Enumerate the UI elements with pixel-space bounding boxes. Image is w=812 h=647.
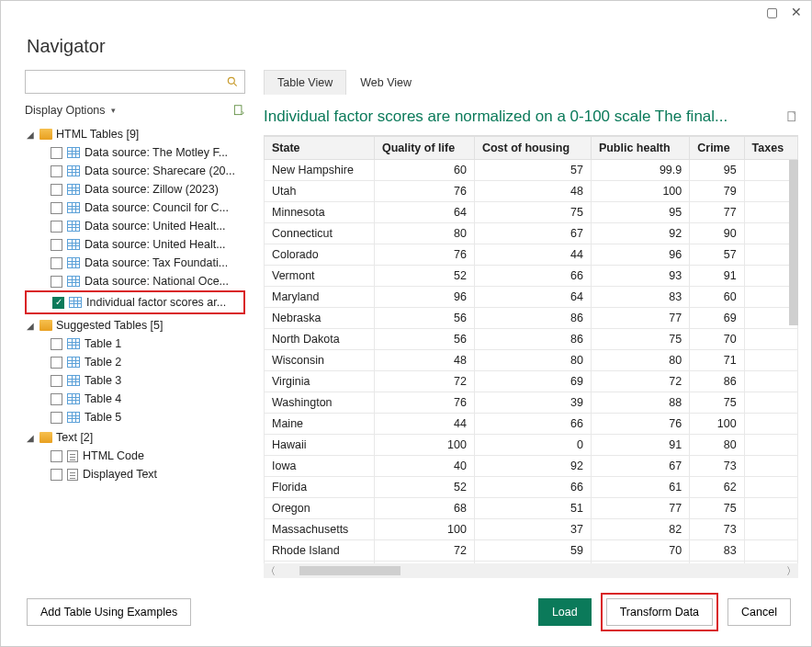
transform-data-button[interactable]: Transform Data xyxy=(606,598,713,626)
table-cell: 52 xyxy=(374,266,474,287)
tree-item-tax-foundation[interactable]: Data source: Tax Foundati... xyxy=(25,254,245,272)
table-cell: 73 xyxy=(690,456,744,477)
table-row[interactable]: Maryland96648360 xyxy=(265,287,798,308)
refresh-preview-icon[interactable] xyxy=(232,103,245,118)
right-pane: Table View Web View Individual factor sc… xyxy=(264,70,798,578)
table-cell: 80 xyxy=(474,350,591,371)
add-table-examples-button[interactable]: Add Table Using Examples xyxy=(27,598,191,626)
table-row[interactable]: Minnesota64759577 xyxy=(265,202,798,223)
tree-item-table2[interactable]: Table 2 xyxy=(25,353,245,371)
table-icon xyxy=(67,357,80,368)
table-cell xyxy=(744,371,797,392)
table-cell: 95 xyxy=(591,202,689,223)
display-options-dropdown[interactable]: Display Options xyxy=(25,104,116,117)
vertical-scrollbar-thumb[interactable] xyxy=(789,160,798,325)
table-cell: 71 xyxy=(690,350,744,371)
column-header[interactable]: State xyxy=(265,137,375,160)
cancel-button[interactable]: Cancel xyxy=(727,598,791,626)
tree-item-displayed-text[interactable]: Displayed Text xyxy=(25,465,245,483)
table-row[interactable]: Wisconsin48808071 xyxy=(265,350,798,371)
table-cell: Nebraska xyxy=(265,308,375,329)
table-cell: 80 xyxy=(374,223,474,244)
column-header[interactable]: Cost of housing xyxy=(474,137,591,160)
load-button[interactable]: Load xyxy=(538,598,592,626)
table-cell: 96 xyxy=(374,287,474,308)
tree-item-national-ocean[interactable]: Data source: National Oce... xyxy=(25,272,245,290)
table-cell: Maine xyxy=(265,414,375,435)
table-row[interactable]: North Dakota56867570 xyxy=(265,329,798,350)
checkbox-checked[interactable] xyxy=(52,297,64,309)
tree-item-table4[interactable]: Table 4 xyxy=(25,390,245,408)
table-row[interactable]: Oregon68517775 xyxy=(265,498,798,519)
tab-web-view[interactable]: Web View xyxy=(346,70,425,95)
table-cell: Minnesota xyxy=(265,202,375,223)
table-row[interactable]: Nebraska56867769 xyxy=(265,308,798,329)
table-cell: 39 xyxy=(474,392,591,414)
scroll-left-icon[interactable]: 〈 xyxy=(265,564,276,578)
left-pane: Display Options ◢ HTML Tables [9] Data s… xyxy=(25,70,245,578)
tree-item-united-health-2[interactable]: Data source: United Healt... xyxy=(25,235,245,254)
table-row[interactable]: Florida52666162 xyxy=(265,477,798,498)
table-row[interactable]: Massachusetts100378273 xyxy=(265,519,798,540)
table-cell: 48 xyxy=(374,350,474,371)
tree-group-suggested: ◢ Suggested Tables [5] Table 1 Table 2 T… xyxy=(25,316,245,426)
tree-item-table5[interactable]: Table 5 xyxy=(25,408,245,426)
horizontal-scrollbar-thumb[interactable] xyxy=(299,566,400,575)
column-header[interactable]: Quality of life xyxy=(374,137,474,160)
preview-title: Individual factor scores are normalized … xyxy=(264,108,776,126)
tab-table-view[interactable]: Table View xyxy=(264,70,346,95)
table-icon xyxy=(67,239,80,250)
group-header-suggested[interactable]: ◢ Suggested Tables [5] xyxy=(25,316,245,335)
tree-item-table1[interactable]: Table 1 xyxy=(25,335,245,353)
table-cell: 75 xyxy=(474,202,591,223)
table-cell: Connecticut xyxy=(265,223,375,244)
table-cell: Hawaii xyxy=(265,435,375,456)
table-cell: Colorado xyxy=(265,244,375,266)
tree-item-html-code[interactable]: HTML Code xyxy=(25,447,245,465)
search-input[interactable] xyxy=(25,70,245,94)
export-icon[interactable] xyxy=(785,109,798,124)
tree-group-text: ◢ Text [2] HTML Code Displayed Text xyxy=(25,428,245,483)
column-header[interactable]: Public health xyxy=(591,137,689,160)
table-cell: Utah xyxy=(265,181,375,202)
table-cell: 80 xyxy=(690,435,744,456)
table-cell: 90 xyxy=(690,223,744,244)
table-row[interactable]: Maine446676100 xyxy=(265,414,798,435)
table-cell: New Hampshire xyxy=(265,160,375,181)
table-row[interactable]: New Hampshire605799.995 xyxy=(265,160,798,181)
close-icon[interactable]: ✕ xyxy=(791,5,802,19)
window-title: Navigator xyxy=(1,28,811,70)
tree-item-zillow[interactable]: Data source: Zillow (2023) xyxy=(25,180,245,199)
table-icon xyxy=(67,202,80,213)
table-row[interactable]: Utah764810079 xyxy=(265,181,798,202)
horizontal-scrollbar[interactable]: 〈 〉 xyxy=(264,563,798,578)
table-row[interactable]: Iowa40926773 xyxy=(265,456,798,477)
column-header[interactable]: Taxes xyxy=(744,137,797,160)
tree-item-individual-scores[interactable]: Individual factor scores ar... xyxy=(27,293,243,312)
table-row[interactable]: Colorado76449657 xyxy=(265,244,798,266)
table-row[interactable]: Washington76398875 xyxy=(265,392,798,414)
scroll-right-icon[interactable]: 〉 xyxy=(786,564,796,578)
table-cell: 75 xyxy=(591,329,689,350)
table-cell: 83 xyxy=(690,540,744,562)
table-row[interactable]: Rhode Island72597083 xyxy=(265,540,798,562)
group-header-text[interactable]: ◢ Text [2] xyxy=(25,428,245,447)
table-row[interactable]: Vermont52669391 xyxy=(265,266,798,287)
table-cell: 40 xyxy=(374,456,474,477)
table-row[interactable]: Hawaii10009180 xyxy=(265,435,798,456)
table-icon xyxy=(67,147,80,158)
column-header[interactable]: Crime xyxy=(690,137,744,160)
tree-item-council[interactable]: Data source: Council for C... xyxy=(25,199,245,217)
table-row[interactable]: Virginia72697286 xyxy=(265,371,798,392)
group-header-html-tables[interactable]: ◢ HTML Tables [9] xyxy=(25,125,245,143)
maximize-icon[interactable]: ▢ xyxy=(766,5,778,19)
tree-item-sharecare[interactable]: Data source: Sharecare (20... xyxy=(25,162,245,180)
table-cell: 75 xyxy=(690,392,744,414)
tree-item-united-health-1[interactable]: Data source: United Healt... xyxy=(25,217,245,235)
titlebar: ▢ ✕ xyxy=(1,1,811,28)
tree-item-table3[interactable]: Table 3 xyxy=(25,371,245,390)
table-cell: 70 xyxy=(591,540,689,562)
tree-item-motley[interactable]: Data source: The Motley F... xyxy=(25,143,245,162)
table-row[interactable]: Connecticut80679290 xyxy=(265,223,798,244)
table-icon xyxy=(67,412,80,423)
